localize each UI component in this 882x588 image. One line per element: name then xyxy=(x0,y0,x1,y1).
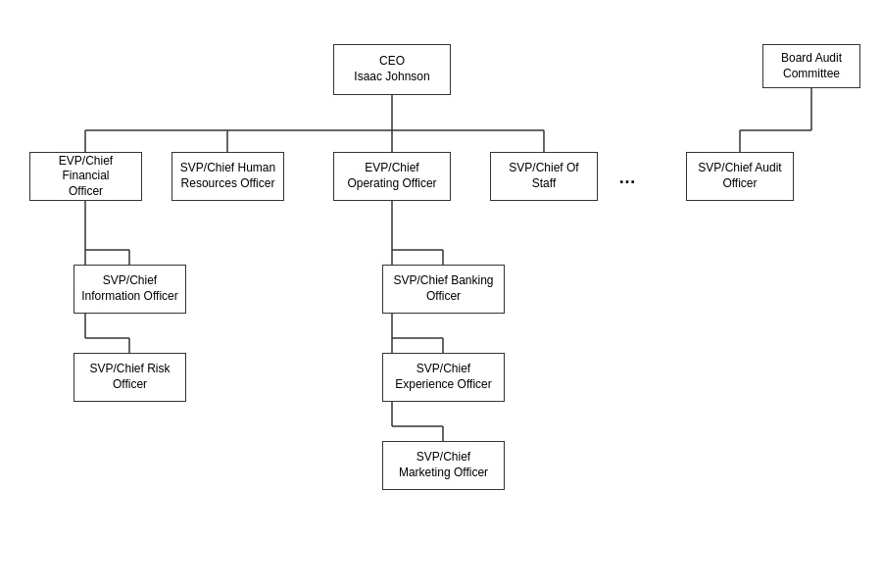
node-ceo-label: CEO Isaac Johnson xyxy=(354,54,429,84)
node-cmo-label: SVP/Chief Marketing Officer xyxy=(399,450,488,480)
node-cmo: SVP/Chief Marketing Officer xyxy=(382,441,505,490)
node-cfo-label: EVP/Chief Financial Officer xyxy=(36,154,135,200)
node-cio: SVP/Chief Information Officer xyxy=(74,265,186,314)
node-ellipsis: … xyxy=(612,164,642,191)
node-chro: SVP/Chief Human Resources Officer xyxy=(172,152,284,201)
node-cao: SVP/Chief Audit Officer xyxy=(686,152,794,201)
org-chart: CEO Isaac Johnson Board Audit Committee … xyxy=(0,0,882,588)
node-coo: EVP/Chief Operating Officer xyxy=(333,152,451,201)
node-cxo-label: SVP/Chief Experience Officer xyxy=(395,362,492,392)
node-board-label: Board Audit Committee xyxy=(781,51,842,81)
node-cfo: EVP/Chief Financial Officer xyxy=(29,152,142,201)
node-cro: SVP/Chief Risk Officer xyxy=(74,353,186,402)
node-cbo: SVP/Chief Banking Officer xyxy=(382,265,505,314)
node-cos-label: SVP/Chief Of Staff xyxy=(497,161,591,191)
node-cbo-label: SVP/Chief Banking Officer xyxy=(393,273,493,304)
node-cao-label: SVP/Chief Audit Officer xyxy=(698,161,781,191)
node-chro-label: SVP/Chief Human Resources Officer xyxy=(180,161,275,191)
node-cxo: SVP/Chief Experience Officer xyxy=(382,353,505,402)
node-cro-label: SVP/Chief Risk Officer xyxy=(89,362,170,392)
node-coo-label: EVP/Chief Operating Officer xyxy=(347,161,436,191)
ellipsis-label: … xyxy=(618,168,636,188)
node-ceo: CEO Isaac Johnson xyxy=(333,44,451,95)
node-board: Board Audit Committee xyxy=(762,44,860,88)
node-cio-label: SVP/Chief Information Officer xyxy=(81,273,177,304)
node-cos: SVP/Chief Of Staff xyxy=(490,152,598,201)
